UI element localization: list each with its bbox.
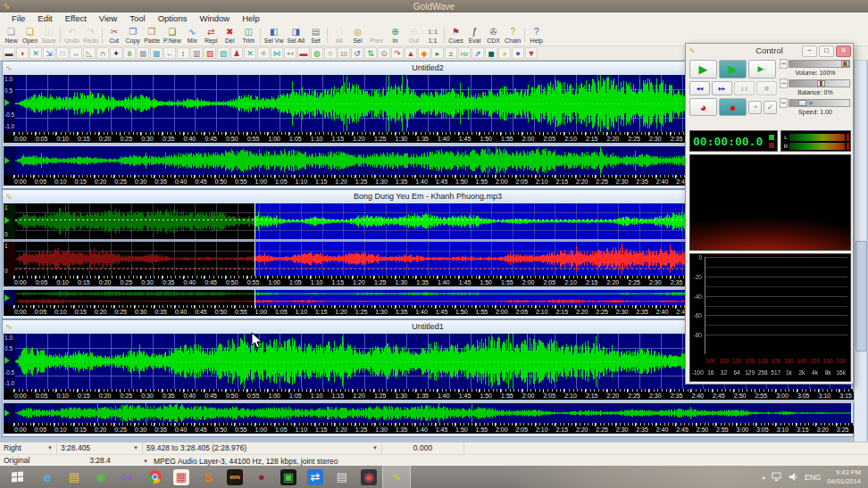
effect-icon-37[interactable]: ◼ bbox=[485, 47, 497, 59]
close-button[interactable]: ✕ bbox=[836, 45, 851, 57]
effect-icon-2[interactable]: ◖ bbox=[16, 47, 29, 59]
taskbar-icon-camera-app[interactable]: ◉ bbox=[355, 466, 382, 488]
play-selection-button[interactable]: ▶ bbox=[719, 60, 747, 79]
taskbar-icon-green-player[interactable]: ◉ bbox=[88, 466, 114, 488]
effect-icon-16[interactable]: ▨ bbox=[204, 47, 216, 59]
toolbar-new-button[interactable]: ❏New bbox=[2, 25, 21, 45]
speaker-icon[interactable] bbox=[789, 472, 798, 482]
fast-forward-button[interactable]: ▶▶ bbox=[712, 81, 732, 95]
taskbar-icon-photo-viewer[interactable]: ▣ bbox=[275, 466, 302, 488]
selection-field[interactable]: 59.428 to 3:28.405 (2:28.976)▼ bbox=[143, 443, 382, 454]
effect-icon-25[interactable]: ○ bbox=[324, 47, 337, 59]
toolbar-trim-button[interactable]: ◫Trim bbox=[239, 25, 258, 45]
effect-icon-21[interactable]: ⋈ bbox=[271, 47, 283, 59]
effect-icon-36[interactable]: ⇗ bbox=[472, 47, 484, 59]
volume-slider-decrease-button[interactable]: − bbox=[780, 59, 788, 69]
menu-item-options[interactable]: Options bbox=[152, 12, 194, 25]
balance-slider[interactable] bbox=[789, 79, 850, 87]
play-button[interactable]: ▶ bbox=[689, 60, 717, 79]
effect-icon-1[interactable]: ▬ bbox=[3, 47, 15, 59]
overview-strip[interactable] bbox=[15, 403, 851, 423]
hidden-icons-button[interactable]: ▴ bbox=[763, 474, 766, 481]
toolbar-cut-button[interactable]: ✂Cut bbox=[104, 25, 123, 45]
effect-icon-24[interactable]: ◍ bbox=[311, 47, 323, 59]
toolbar-eval-button[interactable]: ƒEval bbox=[465, 25, 484, 45]
effect-icon-17[interactable]: ▧ bbox=[217, 47, 230, 59]
maximize-button[interactable]: □ bbox=[819, 45, 834, 57]
minimize-button[interactable]: − bbox=[802, 45, 817, 57]
toolbar-sel-button[interactable]: ◎Sel bbox=[348, 25, 367, 45]
volume-slider[interactable] bbox=[789, 60, 850, 68]
toolbar-open-button[interactable]: ❏Open bbox=[21, 25, 39, 45]
taskbar-icon-goldwave[interactable]: ∿ bbox=[382, 466, 411, 488]
effect-icon-20[interactable]: ✳ bbox=[257, 47, 270, 59]
effect-icon-6[interactable]: ↔ bbox=[70, 47, 82, 59]
taskbar-icon-teamviewer[interactable]: ⇄ bbox=[302, 466, 329, 488]
taskbar-icon-chrome[interactable] bbox=[141, 466, 168, 488]
toolbar-cues-button[interactable]: ⚑Cues bbox=[447, 25, 465, 45]
effect-icon-15[interactable]: ▥ bbox=[190, 47, 203, 59]
taskbar-icon-media-app[interactable]: ⋈ bbox=[114, 466, 141, 488]
network-icon[interactable] bbox=[772, 472, 782, 482]
effect-icon-9[interactable]: ✦ bbox=[110, 47, 122, 59]
effect-icon-27[interactable]: ↺ bbox=[351, 47, 363, 59]
effect-icon-18[interactable]: ♟ bbox=[230, 47, 243, 59]
toolbar-mix-button[interactable]: ∿Mix bbox=[183, 25, 202, 45]
taskbar-icon-red-grid-app[interactable]: ▦ bbox=[168, 466, 195, 488]
effect-icon-22[interactable]: ↤ bbox=[284, 47, 296, 59]
balance-slider-thumb[interactable] bbox=[817, 80, 825, 87]
effect-icon-11[interactable]: ▦ bbox=[137, 47, 149, 59]
speed-slider-thumb[interactable] bbox=[798, 100, 806, 106]
toolbar-sel-all-button[interactable]: ◨Sel All bbox=[286, 25, 306, 45]
effect-icon-35[interactable]: Hz bbox=[458, 47, 471, 59]
language-indicator[interactable]: ENG bbox=[805, 473, 821, 482]
effect-icon-29[interactable]: ⊙ bbox=[378, 47, 390, 59]
speed-slider-decrease-button[interactable]: − bbox=[780, 98, 788, 108]
effect-icon-39[interactable]: ● bbox=[512, 47, 524, 59]
menu-item-edit[interactable]: Edit bbox=[31, 12, 58, 25]
effect-icon-5[interactable]: ∷ bbox=[56, 47, 69, 59]
effect-icon-14[interactable]: ↕ bbox=[177, 47, 189, 59]
effect-icon-32[interactable]: ◆ bbox=[418, 47, 430, 59]
vertical-scrollbar[interactable] bbox=[854, 61, 866, 442]
taskbar-icon-notes-app[interactable]: ▤ bbox=[329, 466, 355, 488]
toolbar-1-1-button[interactable]: 1:11:1 bbox=[423, 25, 442, 45]
taskbar-icon-win-app[interactable]: WIN bbox=[221, 466, 248, 488]
toolbar-set-button[interactable]: ▤Set bbox=[306, 25, 325, 45]
record-mode-button[interactable]: ◔ bbox=[748, 101, 762, 114]
overview-canvas-untitled1[interactable] bbox=[15, 403, 851, 423]
effect-icon-10[interactable]: ⋔ bbox=[123, 47, 136, 59]
effect-icon-38[interactable]: ◕ bbox=[498, 47, 511, 59]
start-button[interactable] bbox=[0, 466, 34, 488]
record-button[interactable]: ◕ bbox=[689, 98, 717, 116]
rewind-button[interactable]: ◀◀ bbox=[689, 81, 710, 95]
effect-icon-4[interactable]: ⇲ bbox=[43, 47, 55, 59]
menu-item-tool[interactable]: Tool bbox=[123, 12, 151, 25]
toolbar-p-new-button[interactable]: ❑P.New bbox=[162, 25, 183, 45]
menu-item-view[interactable]: View bbox=[93, 12, 123, 25]
toolbar-repl-button[interactable]: ⇄Repl bbox=[202, 25, 221, 45]
menu-item-help[interactable]: Help bbox=[236, 12, 266, 25]
play-to-end-button[interactable]: ▶· bbox=[748, 60, 776, 79]
effect-icon-8[interactable]: ∩ bbox=[96, 47, 109, 59]
record-options-button[interactable]: ✓ bbox=[764, 101, 777, 114]
toolbar-cdx-button[interactable]: ✇CDX bbox=[484, 25, 503, 45]
menu-item-effect[interactable]: Effect bbox=[59, 12, 93, 25]
balance-slider-decrease-button[interactable]: − bbox=[780, 79, 788, 88]
effect-icon-40[interactable]: ▼ bbox=[525, 47, 538, 59]
toolbar-sel-vw-button[interactable]: ◧Sel Vw bbox=[263, 25, 286, 45]
scrollbar-thumb[interactable] bbox=[855, 241, 867, 352]
effect-icon-3[interactable]: ✕ bbox=[29, 47, 42, 59]
effect-icon-12[interactable]: ▩ bbox=[150, 47, 163, 59]
record-selection-button[interactable]: ● bbox=[719, 98, 747, 116]
toolbar-in-button[interactable]: ⊕In bbox=[386, 25, 405, 45]
speed-slider[interactable]: × bbox=[789, 99, 850, 107]
toolbar-paste-button[interactable]: ❒Paste bbox=[142, 25, 162, 45]
taskbar-icon-internet-explorer[interactable]: e bbox=[34, 466, 61, 488]
effect-icon-30[interactable]: ↷ bbox=[391, 47, 404, 59]
effect-icon-19[interactable]: ✕ bbox=[244, 47, 256, 59]
clock[interactable]: 9:43 PM 04/01/2014 bbox=[827, 468, 861, 485]
effect-icon-13[interactable]: ← bbox=[163, 47, 176, 59]
taskbar-icon-sketchup[interactable]: S bbox=[195, 466, 221, 488]
taskbar-icon-maroon-app[interactable]: ● bbox=[248, 466, 275, 488]
